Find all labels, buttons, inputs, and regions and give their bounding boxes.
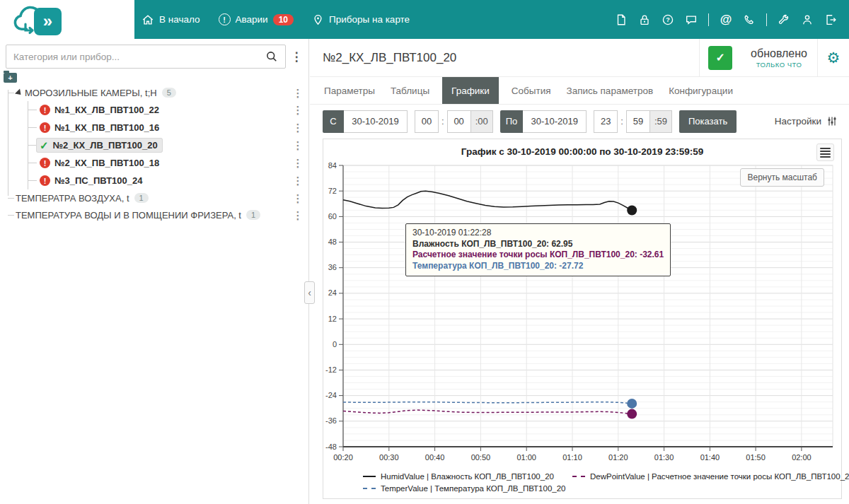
tree-connector <box>28 145 37 146</box>
legend-item-dewpoint[interactable]: DewPointValue | Расчетное значение точки… <box>572 472 849 481</box>
svg-text:24: 24 <box>328 288 337 297</box>
to-label[interactable]: По <box>500 110 524 133</box>
tree-device-row[interactable]: №1_КХ_ЛВ_ПВТ100_22 <box>28 101 308 119</box>
at-icon[interactable] <box>717 11 734 28</box>
tree-device-row[interactable]: №2_КХ_ПВ_ПВТ100_18 <box>28 154 308 172</box>
svg-text:02:00: 02:00 <box>792 453 812 462</box>
tab-configurations[interactable]: Конфигурации <box>666 77 736 104</box>
tree-category-row[interactable]: ТЕМПЕРАТРА ВОЗДУХА, t 1 <box>0 189 308 206</box>
category-label: ТЕМПЕРАТРА ВОЗДУХА, t <box>16 193 129 204</box>
kebab-menu-icon[interactable] <box>290 193 306 204</box>
colon-separator: : <box>618 116 626 127</box>
nav-home[interactable]: В начало <box>142 13 200 26</box>
lock-icon[interactable] <box>636 11 653 28</box>
tab-tables[interactable]: Таблицы <box>388 77 432 104</box>
legend-line-swatch <box>363 476 376 477</box>
tree-connector <box>8 93 14 93</box>
kebab-menu-icon[interactable] <box>290 140 306 151</box>
kebab-menu-icon[interactable] <box>290 175 306 186</box>
device-alarm-icon <box>40 175 50 186</box>
expand-triangle-icon[interactable] <box>15 88 23 97</box>
brand-logo[interactable] <box>0 0 134 39</box>
to-date-input[interactable] <box>523 110 587 133</box>
chart-canvas[interactable]: -48-36-24-1201224364860728400:2000:3000:… <box>323 161 838 468</box>
kebab-menu-icon[interactable] <box>290 105 306 115</box>
device-label: №3_ПС_ПВТ100_24 <box>54 175 142 186</box>
tree-trunk-line <box>8 90 8 196</box>
tree-category-row[interactable]: МОРОЗИЛЬНЫЕ КАМЕРЫ, t;H 5 <box>0 84 308 101</box>
nav-devices-map[interactable]: Приборы на карте <box>312 13 410 26</box>
svg-text:72: 72 <box>328 187 337 195</box>
search-input[interactable] <box>6 52 258 62</box>
device-tree: МОРОЗИЛЬНЫЕ КАМЕРЫ, t;H 5 №1_КХ_ЛВ_ПВТ10… <box>0 73 308 223</box>
tree-connector <box>28 110 37 110</box>
settings-control[interactable]: Настройки <box>775 115 838 127</box>
phone-icon[interactable] <box>741 11 758 28</box>
device-ok-icon <box>40 140 49 151</box>
home-icon <box>142 13 154 26</box>
tree-category-row[interactable]: ТЕМПЕРАТУРА ВОДЫ И В ПОМЩЕНИИ ФРИЗЕРА, t… <box>0 206 308 223</box>
legend-item-temper[interactable]: TemperValue | Температура КОП_ЛВ_ПВТ100_… <box>363 484 566 493</box>
tab-bar: Параметры Таблицы Графики События Запись… <box>310 77 849 105</box>
to-seconds: :59 <box>650 110 672 133</box>
show-button[interactable]: Показать <box>679 110 737 133</box>
kebab-menu-icon[interactable] <box>290 158 306 168</box>
device-label: №1_КХ_ПВ_ПВТ100_16 <box>54 122 159 133</box>
device-label: №2_КХ_ПВ_ПВТ100_18 <box>54 158 159 168</box>
tab-events[interactable]: События <box>509 77 554 104</box>
from-label[interactable]: С <box>323 110 344 133</box>
tree-device-row-selected[interactable]: №2_КХ_ЛВ_ПВТ100_20 <box>28 136 308 154</box>
from-seconds: :00 <box>471 110 493 133</box>
tab-parameters[interactable]: Параметры <box>321 77 378 104</box>
chart-menu-icon[interactable] <box>816 143 834 161</box>
to-hour-input[interactable] <box>594 110 618 133</box>
tree-device-row[interactable]: №3_ПС_ПВТ100_24 <box>28 172 308 189</box>
chart-legend: HumidValue | Влажность КОП_ЛВ_ПВТ100_20 … <box>363 472 802 493</box>
search-icon[interactable] <box>258 45 285 68</box>
top-nav: В начало Аварии 10 Приборы на карте <box>142 13 410 26</box>
kebab-menu-icon[interactable] <box>290 122 306 133</box>
kebab-menu-icon[interactable] <box>290 210 306 221</box>
top-bar: В начало Аварии 10 Приборы на карте <box>0 0 849 39</box>
logout-icon[interactable] <box>822 11 839 28</box>
device-alarm-icon <box>40 105 50 115</box>
tree-device-row[interactable]: №1_КХ_ПВ_ПВТ100_16 <box>28 119 308 136</box>
add-category-folder-icon[interactable] <box>4 73 17 83</box>
gear-icon[interactable] <box>818 39 849 77</box>
confirm-check-button[interactable] <box>708 46 732 70</box>
svg-text:-48: -48 <box>325 443 337 451</box>
status-label: обновлено <box>751 47 807 60</box>
main-panel: №2_КХ_ЛВ_ПВТ100_20 обновлено только что … <box>310 39 849 504</box>
map-pin-icon <box>312 13 324 26</box>
file-icon[interactable] <box>613 11 630 28</box>
reset-zoom-button[interactable]: Вернуть масштаб <box>740 168 824 187</box>
svg-text:01:10: 01:10 <box>562 453 582 462</box>
device-alarm-icon <box>40 122 50 133</box>
svg-text:00:50: 00:50 <box>471 453 491 462</box>
legend-item-humid[interactable]: HumidValue | Влажность КОП_ЛВ_ПВТ100_20 <box>363 472 554 481</box>
search-row <box>6 45 304 69</box>
kebab-menu-icon[interactable] <box>290 88 306 98</box>
chat-icon[interactable] <box>683 11 700 28</box>
divider <box>699 39 700 77</box>
user-icon[interactable] <box>799 11 816 28</box>
tab-parameter-log[interactable]: Запись параметров <box>564 77 657 104</box>
wrench-icon[interactable] <box>775 11 792 28</box>
nav-alarms[interactable]: Аварии 10 <box>219 13 294 25</box>
chart-area: -48-36-24-1201224364860728400:2000:3000:… <box>323 161 841 471</box>
svg-text:01:30: 01:30 <box>654 453 674 462</box>
sidebar-collapse-button[interactable] <box>304 281 315 304</box>
to-minute-input[interactable] <box>626 110 650 133</box>
help-icon[interactable]: ? <box>659 11 676 28</box>
svg-text:36: 36 <box>328 263 337 271</box>
from-date-input[interactable] <box>344 110 408 133</box>
from-hour-input[interactable] <box>415 110 439 133</box>
from-date-group: С <box>323 110 408 133</box>
tooltip-lines: Влажность КОП_ЛВ_ПВТ100_20: 62.95Расчетн… <box>412 239 664 272</box>
tree-connector <box>8 215 14 216</box>
category-label: ТЕМПЕРАТУРА ВОДЫ И В ПОМЩЕНИИ ФРИЗЕРА, t <box>16 210 241 221</box>
sidebar-menu-icon[interactable] <box>289 51 304 63</box>
from-minute-input[interactable] <box>447 110 471 133</box>
sidebar: МОРОЗИЛЬНЫЕ КАМЕРЫ, t;H 5 №1_КХ_ЛВ_ПВТ10… <box>0 39 309 504</box>
tab-charts[interactable]: Графики <box>442 77 499 104</box>
